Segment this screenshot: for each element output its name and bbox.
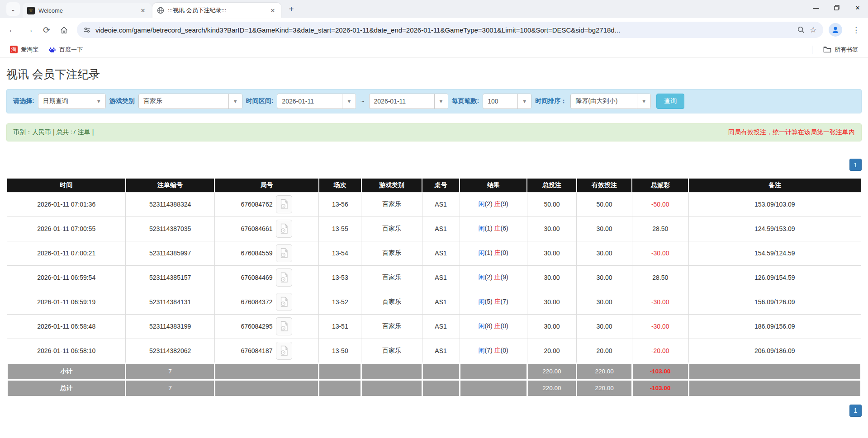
video-replay-button[interactable]: [276, 195, 292, 213]
result-banker-score: (0): [501, 249, 508, 256]
close-window-button[interactable]: ✕: [847, 0, 868, 15]
cell-valid-bet: 50.00: [577, 192, 632, 217]
cell-total-bet[interactable]: 30.00: [527, 265, 577, 290]
film-icon: [280, 223, 289, 234]
table-body: 2026-01-11 07:01:36 523114388324 6760847…: [7, 192, 861, 396]
cell-table-no: AS1: [422, 290, 460, 314]
pagination-bottom: 1: [6, 405, 862, 417]
page-number-button[interactable]: 1: [849, 159, 862, 171]
date-range-tilde: ~: [360, 98, 365, 105]
date-start-select[interactable]: 2026-01-11 ▼: [277, 94, 356, 109]
cell-bet-id: 523114383199: [126, 314, 214, 339]
round-number: 676084372: [241, 298, 272, 306]
cell-total-bet[interactable]: 50.00: [527, 192, 577, 217]
video-replay-button[interactable]: [276, 268, 292, 287]
round-number: 676084762: [241, 201, 272, 208]
table-row: 2026-01-11 06:59:19 523114384131 6760843…: [7, 290, 861, 314]
bookmark-star-icon[interactable]: ☆: [810, 25, 817, 35]
time-sort-select[interactable]: 降幂(由大到小) ▼: [570, 94, 651, 109]
page-number-button[interactable]: 1: [849, 405, 862, 417]
all-bookmarks-button[interactable]: 所有书签: [820, 44, 862, 56]
chevron-down-icon[interactable]: ▼: [92, 94, 105, 108]
cell-payout: -30.00: [632, 290, 688, 314]
baidu-paw-icon: [48, 46, 56, 53]
cell-total-bet[interactable]: 20.00: [527, 339, 577, 363]
tab-betrecord[interactable]: :::视讯 会员下注纪录::: ✕: [152, 3, 281, 18]
chevron-down-icon[interactable]: ▼: [517, 94, 531, 108]
round-number: 676084469: [241, 274, 272, 281]
video-replay-button[interactable]: [276, 342, 292, 360]
browser-tab-strip: ⌄ ♕ Welcome ✕ :::视讯 会员下注纪录::: ✕ + — ✕: [0, 0, 868, 18]
address-bar[interactable]: videoie.com/game/betrecord_search/kind3?…: [77, 22, 823, 38]
cell-result: 闲(1) 庄(0): [460, 241, 527, 265]
profile-avatar[interactable]: [829, 23, 842, 37]
new-tab-button[interactable]: +: [285, 3, 298, 15]
query-type-select[interactable]: 日期查询 ▼: [38, 94, 106, 109]
select-type-label: 请选择:: [13, 97, 34, 105]
video-replay-button[interactable]: [276, 317, 292, 335]
cell-round: 676084187: [214, 339, 318, 363]
film-icon: [280, 321, 289, 332]
result-banker-label: 庄: [494, 200, 501, 207]
per-page-select[interactable]: 100 ▼: [483, 94, 531, 109]
tab-search-chevron-icon[interactable]: ⌄: [6, 2, 20, 16]
result-player-label: 闲: [479, 200, 485, 207]
video-replay-button[interactable]: [276, 220, 292, 238]
search-button[interactable]: 查询: [656, 94, 684, 109]
site-info-icon[interactable]: [83, 26, 91, 34]
col-payout: 总派彩: [632, 179, 688, 192]
restore-button[interactable]: [826, 0, 847, 15]
cell-total-bet[interactable]: 30.00: [527, 217, 577, 241]
col-time: 时间: [7, 179, 126, 192]
total-bet: 220.00: [527, 380, 577, 396]
cell-remark: 154.59/124.59: [688, 241, 861, 265]
chevron-down-icon[interactable]: ▼: [434, 94, 448, 108]
cell-time: 2026-01-11 06:59:54: [7, 265, 126, 290]
zoom-icon[interactable]: [797, 26, 805, 34]
chevron-down-icon[interactable]: ▼: [342, 94, 356, 108]
cell-total-bet[interactable]: 30.00: [527, 241, 577, 265]
cell-table-no: AS1: [422, 241, 460, 265]
bookmark-baidu[interactable]: 百度一下: [45, 44, 86, 56]
video-replay-button[interactable]: [276, 293, 292, 311]
subtotal-row: 小计 7 220.00 220.00 -103.00: [7, 363, 861, 380]
forward-icon[interactable]: →: [22, 22, 37, 38]
result-player-score: (1): [485, 249, 493, 256]
minimize-button[interactable]: —: [806, 0, 826, 15]
result-banker-label: 庄: [494, 249, 501, 256]
bookmark-taobao[interactable]: 淘 爱淘宝: [6, 44, 42, 56]
cell-valid-bet: 30.00: [577, 241, 632, 265]
chevron-down-icon[interactable]: ▼: [228, 94, 242, 108]
cell-result: 闲(8) 庄(0): [460, 314, 527, 339]
tab-close-icon[interactable]: ✕: [139, 6, 147, 14]
result-player-label: 闲: [479, 347, 485, 354]
total-label: 总计: [7, 380, 126, 396]
film-icon: [280, 199, 289, 210]
url-text: videoie.com/game/betrecord_search/kind3?…: [95, 26, 792, 34]
reload-icon[interactable]: ⟳: [39, 22, 54, 38]
chevron-down-icon[interactable]: ▼: [637, 94, 650, 108]
game-type-select[interactable]: 百家乐 ▼: [138, 94, 242, 109]
table-row: 2026-01-11 06:58:10 523114382062 6760841…: [7, 339, 861, 363]
back-icon[interactable]: ←: [5, 22, 20, 38]
cell-result: 闲(7) 庄(0): [460, 339, 527, 363]
cell-round: 676084762: [214, 192, 318, 217]
video-replay-button[interactable]: [276, 244, 292, 262]
tab-close-icon[interactable]: ✕: [269, 6, 277, 14]
table-row: 2026-01-11 06:59:54 523114385157 6760844…: [7, 265, 861, 290]
tab-welcome[interactable]: ♕ Welcome ✕: [23, 3, 152, 18]
cell-total-bet[interactable]: 30.00: [527, 290, 577, 314]
date-end-select[interactable]: 2026-01-11 ▼: [369, 94, 448, 109]
result-banker-score: (0): [501, 322, 508, 330]
cell-total-bet[interactable]: 30.00: [527, 314, 577, 339]
cell-remark: 126.09/154.59: [688, 265, 861, 290]
subtotal-valid: 220.00: [577, 363, 632, 380]
film-icon: [280, 297, 289, 307]
cell-time: 2026-01-11 07:00:21: [7, 241, 126, 265]
home-icon[interactable]: [56, 22, 71, 38]
browser-menu-icon[interactable]: ⋮: [849, 25, 863, 35]
tab-title: Welcome: [38, 7, 135, 14]
col-game: 游戏类别: [361, 179, 422, 192]
result-player-label: 闲: [479, 298, 485, 305]
cell-valid-bet: 30.00: [577, 314, 632, 339]
